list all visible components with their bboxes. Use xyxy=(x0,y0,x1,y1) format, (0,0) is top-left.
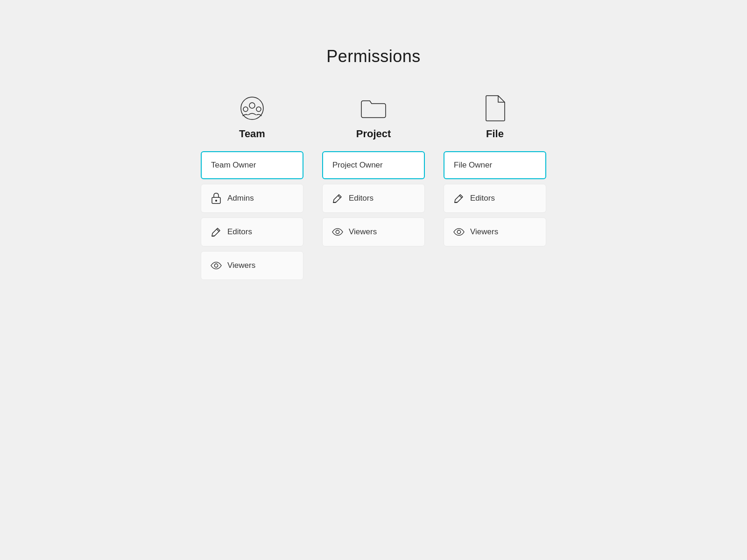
card-team-owner[interactable]: Team Owner xyxy=(201,151,303,179)
card-team-admins[interactable]: Admins xyxy=(201,184,303,213)
card-label-team-editors: Editors xyxy=(227,227,252,237)
card-label-file-owner: File Owner xyxy=(454,161,492,170)
card-icon-pen-icon xyxy=(332,193,343,204)
card-icon-eye-icon xyxy=(211,260,222,271)
card-project-editors[interactable]: Editors xyxy=(322,184,425,213)
card-label-file-editors: Editors xyxy=(470,194,495,203)
column-label-project: Project xyxy=(356,128,391,140)
card-icon-pen-icon xyxy=(211,226,222,238)
card-label-project-owner: Project Owner xyxy=(332,161,383,170)
card-team-editors[interactable]: Editors xyxy=(201,217,303,246)
card-project-viewers[interactable]: Viewers xyxy=(322,217,425,246)
card-icon-lock-icon xyxy=(211,193,222,204)
svg-point-3 xyxy=(256,107,261,112)
card-icon-pen-icon xyxy=(453,193,465,204)
svg-point-11 xyxy=(457,230,460,233)
svg-point-5 xyxy=(215,200,217,202)
card-label-file-viewers: Viewers xyxy=(470,227,498,237)
columns-container: TeamTeam Owner Admins Editors Viewers Pr… xyxy=(201,94,546,285)
card-label-project-editors: Editors xyxy=(349,194,374,203)
column-project: ProjectProject Owner Editors Viewers xyxy=(322,94,425,251)
file-icon xyxy=(481,94,509,122)
card-file-viewers[interactable]: Viewers xyxy=(444,217,546,246)
svg-point-7 xyxy=(214,264,218,267)
folder-icon xyxy=(359,94,388,122)
column-team: TeamTeam Owner Admins Editors Viewers xyxy=(201,94,303,285)
card-file-owner[interactable]: File Owner xyxy=(444,151,546,179)
card-file-editors[interactable]: Editors xyxy=(444,184,546,213)
card-label-project-viewers: Viewers xyxy=(349,227,377,237)
column-label-file: File xyxy=(486,128,504,140)
page-container: Permissions TeamTeam Owner Admins xyxy=(0,47,747,285)
page-title: Permissions xyxy=(326,47,421,66)
card-project-owner[interactable]: Project Owner xyxy=(322,151,425,179)
card-icon-eye-icon xyxy=(453,226,465,238)
card-icon-eye-icon xyxy=(332,226,343,238)
card-label-team-viewers: Viewers xyxy=(227,261,255,270)
card-label-team-owner: Team Owner xyxy=(211,161,256,170)
card-team-viewers[interactable]: Viewers xyxy=(201,251,303,280)
svg-point-2 xyxy=(243,107,248,112)
team-icon xyxy=(238,94,266,122)
card-label-team-admins: Admins xyxy=(227,194,254,203)
svg-point-9 xyxy=(336,230,339,233)
column-file: FileFile Owner Editors Viewers xyxy=(444,94,546,251)
column-label-team: Team xyxy=(239,128,265,140)
svg-point-1 xyxy=(249,103,255,108)
